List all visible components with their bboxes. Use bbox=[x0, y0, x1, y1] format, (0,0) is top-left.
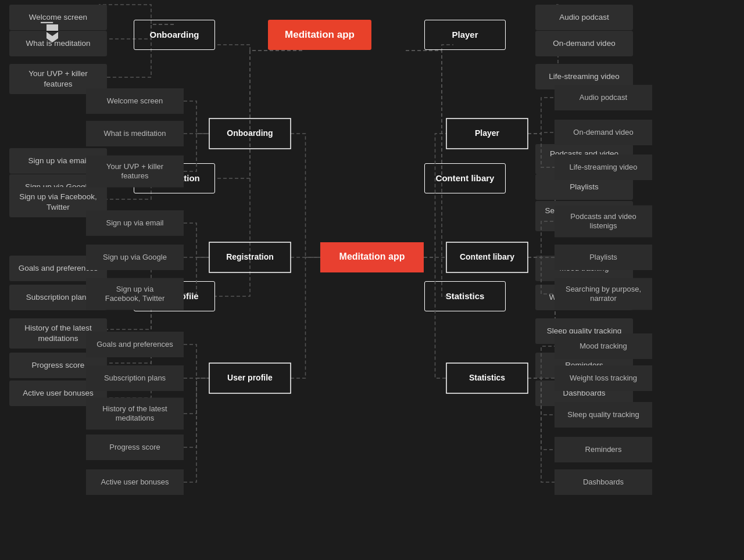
leaf-sleep: Sleep quality tracking bbox=[535, 318, 633, 344]
leaf-searching: Searching by purpose, narrator bbox=[535, 201, 633, 231]
leaf-weight: Weight loss tracking bbox=[535, 285, 633, 310]
branch-player: Player bbox=[424, 20, 506, 50]
branch-content-library: Content libary bbox=[424, 163, 506, 193]
branch-registration: Registration bbox=[134, 163, 215, 193]
leaf-playlists: Playlists bbox=[535, 174, 633, 200]
leaf-mood: Mood tracking bbox=[535, 256, 633, 281]
diagram-container: Meditation app Onboarding Registration U… bbox=[0, 0, 744, 560]
leaf-dashboards: Dashboards bbox=[535, 380, 633, 406]
leaf-welcome: Welcome screen bbox=[9, 5, 107, 30]
leaf-history: History of the latest meditations bbox=[9, 318, 107, 349]
leaf-progress: Progress score bbox=[9, 353, 107, 378]
leaf-podcasts-video: Podcasts and video listenigs bbox=[535, 144, 633, 174]
branch-onboarding: Onboarding bbox=[134, 20, 215, 50]
leaf-on-demand: On-demand video bbox=[535, 31, 633, 56]
branch-user-profile: User profile bbox=[134, 281, 215, 311]
center-node: Meditation app bbox=[268, 20, 371, 50]
leaf-signup-email: Sign up via email bbox=[9, 148, 107, 174]
leaf-goals: Goals and preferences bbox=[9, 256, 107, 281]
branch-statistics: Statistics bbox=[424, 281, 506, 311]
leaf-bonuses: Active user bonuses bbox=[9, 380, 107, 406]
leaf-subscription: Subscription plans bbox=[9, 285, 107, 310]
leaf-reminders: Reminders bbox=[535, 353, 633, 378]
leaf-uvp: Your UVP + killer features bbox=[9, 64, 107, 94]
leaf-what-meditation: What is meditation bbox=[9, 31, 107, 56]
leaf-audio-podcast: Audio podcast bbox=[535, 5, 633, 30]
leaf-signup-facebook: Sign up via Facebook, Twitter bbox=[9, 187, 107, 217]
leaf-livestream: Life-streaming video bbox=[535, 64, 633, 89]
